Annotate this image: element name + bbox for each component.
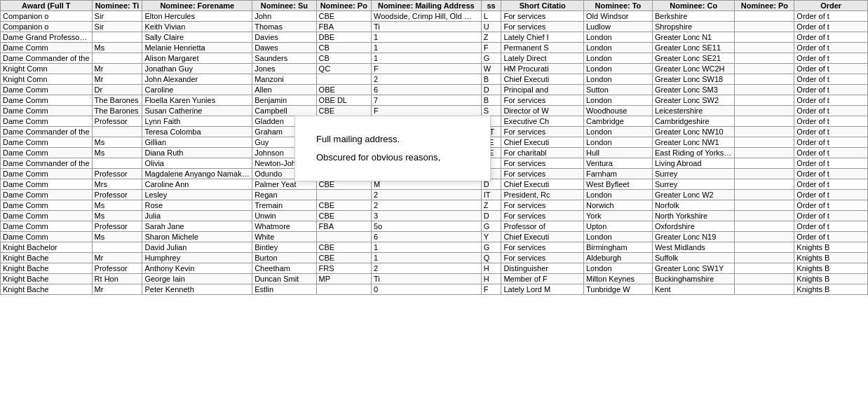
table-cell: Suffolk xyxy=(652,253,735,263)
table-cell: Burton xyxy=(252,253,316,263)
table-cell: Humphrey xyxy=(142,253,252,263)
table-cell: Dame Comm xyxy=(1,116,93,127)
table-row: Dame Grand Professor DaSally ClaireDavie… xyxy=(1,32,868,43)
table-cell: 3 xyxy=(371,211,481,221)
table-cell: 2 xyxy=(371,263,481,274)
table-cell: Elton Hercules xyxy=(142,11,252,22)
table-cell: Mr xyxy=(92,64,142,74)
table-cell: Dame Comm xyxy=(1,169,93,179)
table-cell: London xyxy=(583,137,652,148)
table-cell xyxy=(92,242,142,253)
table-cell: Shropshire xyxy=(652,22,735,32)
table-cell: 7 xyxy=(371,95,481,106)
table-cell: Order of t xyxy=(794,116,868,127)
table-cell: Dawes xyxy=(252,43,316,53)
table-cell: Regan xyxy=(252,190,316,200)
table-cell: Order of t xyxy=(794,200,868,211)
table-row: Knight BacheMrHumphreyBurtonCBE1QFor ser… xyxy=(1,253,868,263)
table-cell xyxy=(735,211,794,221)
table-cell: CBE xyxy=(316,211,371,221)
table-cell: Campbell xyxy=(252,106,316,116)
table-cell: David Julian xyxy=(142,242,252,253)
table-cell: Companion o xyxy=(1,22,93,32)
table-cell: H xyxy=(481,274,501,284)
table-cell: Ms xyxy=(92,211,142,221)
table-cell: Manzoni xyxy=(252,74,316,85)
table-cell: Professor xyxy=(92,116,142,127)
table-cell: FBA xyxy=(316,221,371,232)
table-row: Dame CommMsJuliaUnwinCBE3DFor servicesYo… xyxy=(1,211,868,221)
table-cell: Berkshire xyxy=(652,11,735,22)
table-cell: Knights B xyxy=(794,242,868,253)
spreadsheet-container: Award (Full TNominee: TiNominee: Forenam… xyxy=(0,0,868,400)
table-cell: Order of t xyxy=(794,232,868,242)
table-cell: CBE xyxy=(316,242,371,253)
table-cell: CB xyxy=(316,53,371,64)
table-cell: B xyxy=(481,95,501,106)
table-cell: Sir xyxy=(92,22,142,32)
table-cell: CB xyxy=(316,43,371,53)
table-cell: North Yorkshire xyxy=(652,211,735,221)
column-header: Nominee: Ti xyxy=(92,1,142,11)
table-cell: Milton Keynes xyxy=(583,274,652,284)
table-cell: Melanie Henrietta xyxy=(142,43,252,53)
table-cell: Greater Lonc NW10 xyxy=(652,127,735,137)
table-cell xyxy=(735,284,794,295)
column-header: Award (Full T xyxy=(1,1,93,11)
table-cell: Norfolk xyxy=(652,200,735,211)
tooltip-line3: Obscured for obvious reasons, xyxy=(316,149,469,167)
table-cell: Q xyxy=(481,253,501,263)
table-cell xyxy=(735,85,794,95)
table-cell: Leicestershire xyxy=(652,106,735,116)
table-cell: Dame Comm xyxy=(1,85,93,95)
table-cell: Davies xyxy=(252,32,316,43)
table-row: Knight BachelorDavid JulianBintleyCBE1GF… xyxy=(1,242,868,253)
table-cell: York xyxy=(583,211,652,221)
table-cell: Cheetham xyxy=(252,263,316,274)
table-cell: For services xyxy=(501,253,584,263)
table-cell: For charitabl xyxy=(501,148,584,158)
table-cell: Mrs xyxy=(92,179,142,190)
table-cell: F xyxy=(371,64,481,74)
table-cell xyxy=(735,274,794,284)
table-cell: Dame Comm xyxy=(1,137,93,148)
table-row: Dame CommProfessorSarah JaneWhatmoreFBA5… xyxy=(1,221,868,232)
table-cell xyxy=(92,127,142,137)
table-cell: Woodside, Crimp Hill, Old Windsor, Berks… xyxy=(371,11,481,22)
table-cell: 1 xyxy=(371,43,481,53)
table-cell: Greater Lonc N1 xyxy=(652,32,735,43)
table-cell: Magdalene Anyango Namakhiy xyxy=(142,169,252,179)
table-cell: FRS xyxy=(316,263,371,274)
table-cell: Knights B xyxy=(794,274,868,284)
table-cell xyxy=(735,95,794,106)
table-row: Knight ComnMrJohn AlexanderManzoni2BChie… xyxy=(1,74,868,85)
table-cell: Dame Comm xyxy=(1,95,93,106)
table-cell: Lately Lord M xyxy=(501,284,584,295)
table-cell: Olivia xyxy=(142,158,252,169)
column-header: Nominee: Su xyxy=(252,1,316,11)
table-cell xyxy=(735,32,794,43)
table-cell: Farnham xyxy=(583,169,652,179)
table-cell: Lately Chief I xyxy=(501,32,584,43)
table-cell: Greater Lonc W2 xyxy=(652,190,735,200)
table-cell: Greater Lonc N19 xyxy=(652,232,735,242)
table-cell: Mr xyxy=(92,284,142,295)
table-cell: Dame Comm xyxy=(1,106,93,116)
table-cell: Order of t xyxy=(794,74,868,85)
table-cell: Ventura xyxy=(583,158,652,169)
table-cell: London xyxy=(583,232,652,242)
table-cell: Distinguisher xyxy=(501,263,584,274)
table-cell: OBE xyxy=(316,85,371,95)
table-cell: Knights B xyxy=(794,253,868,263)
table-cell: For services xyxy=(501,200,584,211)
table-cell: Professor of xyxy=(501,221,584,232)
table-cell: OBE DL xyxy=(316,95,371,106)
table-cell: Principal and xyxy=(501,85,584,95)
table-cell: 2 xyxy=(371,200,481,211)
table-cell: Dame Comm xyxy=(1,148,93,158)
table-cell xyxy=(92,53,142,64)
table-cell xyxy=(735,190,794,200)
table-cell: Alison Margaret xyxy=(142,53,252,64)
table-cell: Dame Grand Professor Da xyxy=(1,32,93,43)
table-cell: Diana Ruth xyxy=(142,148,252,158)
